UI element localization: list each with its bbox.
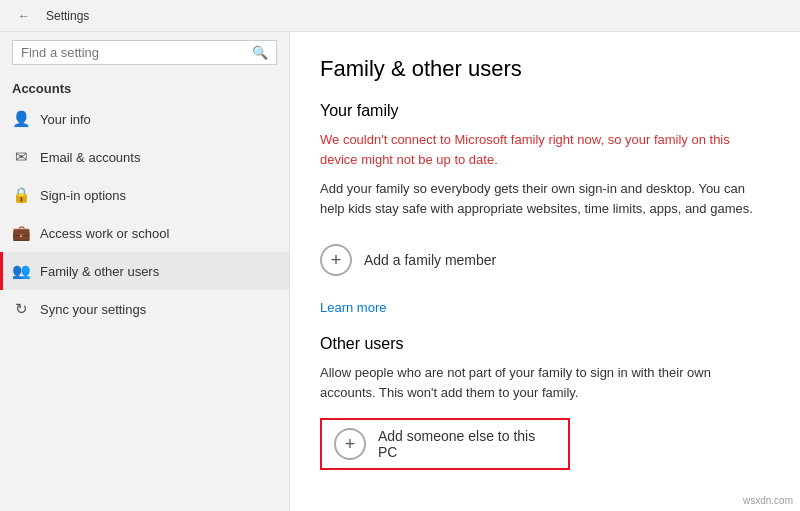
sidebar-label-work: Access work or school [40,226,169,241]
add-family-member-row[interactable]: + Add a family member [320,234,770,286]
family-description: Add your family so everybody gets their … [320,179,770,218]
sidebar-section-title: Accounts [0,73,289,100]
search-box[interactable]: 🔍 [12,40,277,65]
page-title: Family & other users [320,56,770,82]
watermark: wsxdn.com [740,494,796,507]
add-family-plus-button[interactable]: + [320,244,352,276]
sidebar: 🔍 Accounts 👤 Your info ✉ Email & account… [0,32,290,511]
nav-buttons: ← [10,2,38,30]
other-users-description: Allow people who are not part of your fa… [320,363,770,402]
add-someone-plus-button[interactable]: + [334,428,366,460]
back-button[interactable]: ← [10,2,38,30]
sidebar-item-email-accounts[interactable]: ✉ Email & accounts [0,138,289,176]
content-area: 🔍 Accounts 👤 Your info ✉ Email & account… [0,32,800,511]
sidebar-item-access-work[interactable]: 💼 Access work or school [0,214,289,252]
sidebar-label-sync: Sync your settings [40,302,146,317]
error-message: We couldn't connect to Microsoft family … [320,130,770,169]
search-icon: 🔍 [252,45,268,60]
signin-icon: 🔒 [12,186,30,204]
family-icon: 👥 [12,262,30,280]
email-icon: ✉ [12,148,30,166]
title-bar-title: Settings [46,9,89,23]
sidebar-label-email: Email & accounts [40,150,140,165]
sidebar-item-your-info[interactable]: 👤 Your info [0,100,289,138]
sidebar-label-signin: Sign-in options [40,188,126,203]
sidebar-label-your-info: Your info [40,112,91,127]
main-content: Family & other users Your family We coul… [290,32,800,511]
add-someone-row[interactable]: + Add someone else to this PC [320,418,570,470]
other-users-title: Other users [320,335,770,353]
add-someone-label: Add someone else to this PC [378,428,556,460]
sidebar-item-family-users[interactable]: 👥 Family & other users [0,252,289,290]
sidebar-item-sign-in-options[interactable]: 🔒 Sign-in options [0,176,289,214]
learn-more-link[interactable]: Learn more [320,300,386,315]
sidebar-label-family: Family & other users [40,264,159,279]
your-family-title: Your family [320,102,770,120]
search-input[interactable] [21,45,246,60]
your-info-icon: 👤 [12,110,30,128]
title-bar: ← Settings [0,0,800,32]
sidebar-item-sync-settings[interactable]: ↻ Sync your settings [0,290,289,328]
sync-icon: ↻ [12,300,30,318]
add-family-label: Add a family member [364,252,496,268]
work-icon: 💼 [12,224,30,242]
